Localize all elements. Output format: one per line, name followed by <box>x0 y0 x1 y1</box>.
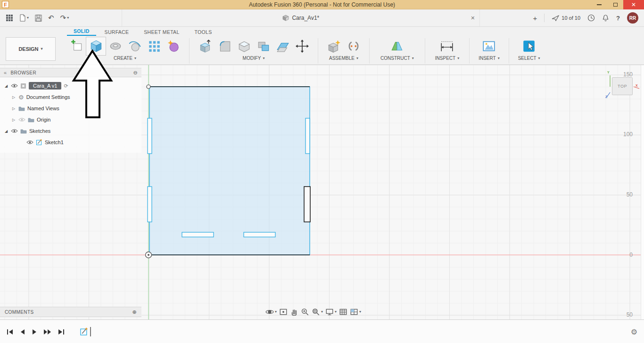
play-button[interactable] <box>32 329 37 335</box>
save-button[interactable] <box>35 15 42 22</box>
go-to-start-button[interactable] <box>7 329 14 335</box>
rectangular-pattern-button[interactable] <box>144 37 164 55</box>
canvas-scrollbar[interactable] <box>641 65 644 319</box>
workspace-selector[interactable]: DESIGN ▾ <box>6 37 56 61</box>
sketch1-profile[interactable] <box>146 85 311 258</box>
measure-button[interactable] <box>438 37 457 55</box>
extrude-icon <box>89 39 103 53</box>
expand-icon[interactable]: ▷ <box>11 95 16 99</box>
visibility-eye-icon[interactable] <box>26 140 33 145</box>
joint-button[interactable] <box>344 37 363 55</box>
zoom-button[interactable] <box>301 308 309 316</box>
pan-button[interactable] <box>290 308 298 316</box>
viewports-caret-icon: ▾ <box>359 310 361 314</box>
tree-item-root[interactable]: ◢ Cara_A v1 ⟳ <box>0 80 141 91</box>
browser-collapse-all-icon[interactable]: ⊖ <box>133 70 138 76</box>
group-inspect-label-row[interactable]: INSPECT ▾ <box>435 56 459 61</box>
group-insert-label-row[interactable]: INSERT ▾ <box>479 56 500 61</box>
press-pull-icon <box>198 39 213 53</box>
expand-icon[interactable]: ◢ <box>4 129 8 133</box>
group-construct-label-row[interactable]: CONSTRUCT ▾ <box>380 56 414 61</box>
tree-item-label[interactable]: Sketches <box>29 128 50 134</box>
file-menu-button[interactable]: ▾ <box>19 14 29 22</box>
tree-item-label[interactable]: Sketch1 <box>45 139 64 145</box>
create-sketch-icon <box>70 39 84 53</box>
viewcube-top-face[interactable]: TOP <box>612 77 633 95</box>
tree-item-named-views[interactable]: ▷ Named Views <box>0 103 141 114</box>
undo-button[interactable]: ↶ <box>48 14 54 22</box>
tab-sheet-metal[interactable]: SHEET METAL <box>137 28 186 36</box>
new-component-button[interactable] <box>324 37 344 55</box>
create-sketch-button[interactable] <box>67 37 86 55</box>
tab-close-icon[interactable]: ✕ <box>471 15 475 21</box>
orbit-button[interactable]: ▾ <box>265 308 277 316</box>
display-settings-icon <box>325 308 334 316</box>
tree-item-label[interactable]: Named Views <box>27 106 59 111</box>
new-tab-button[interactable]: + <box>533 14 537 22</box>
tree-item-root-label[interactable]: Cara_A v1 <box>29 82 61 90</box>
tree-item-sketch1[interactable]: Sketch1 <box>0 137 141 148</box>
browser-header[interactable]: « BROWSER ⊖ <box>0 68 141 77</box>
fit-button[interactable]: ▾ <box>312 308 323 316</box>
tab-surface[interactable]: SURFACE <box>98 28 136 36</box>
job-status-button[interactable]: 10 of 10 <box>552 15 580 21</box>
construct-plane-button[interactable] <box>388 37 407 55</box>
expand-icon[interactable]: ◢ <box>4 84 8 88</box>
sweep-button[interactable] <box>125 37 144 55</box>
tab-solid[interactable]: SOLID <box>67 27 96 36</box>
revolve-button[interactable] <box>106 37 125 55</box>
grid-layout-button[interactable] <box>339 308 347 316</box>
tree-item-document-settings[interactable]: ▷ ⚙ Document Settings <box>0 91 141 103</box>
move-copy-button[interactable] <box>292 37 312 55</box>
timeline-feature-sketch1[interactable] <box>80 327 91 336</box>
press-pull-button[interactable] <box>196 37 215 55</box>
help-button[interactable]: ? <box>616 15 620 22</box>
display-settings-button[interactable]: ▾ <box>325 308 337 316</box>
group-select-label: SELECT <box>518 56 537 61</box>
document-tab[interactable]: Cara_Av1* ✕ <box>122 9 480 26</box>
timeline-position-marker[interactable] <box>90 327 91 336</box>
redo-button[interactable]: ↷ ▾ <box>60 14 69 22</box>
user-avatar[interactable]: RR <box>627 12 638 24</box>
group-modify-label-row[interactable]: MODIFY ▾ <box>243 56 265 61</box>
notifications-button[interactable] <box>602 14 609 22</box>
history-button[interactable] <box>587 14 595 22</box>
create-form-button[interactable] <box>164 37 183 55</box>
timeline-settings-gear-icon[interactable]: ⚙ <box>631 327 637 336</box>
visibility-eye-off-icon[interactable] <box>18 117 25 122</box>
comments-panel[interactable]: COMMENTS ⊕ <box>0 307 141 317</box>
offset-face-button[interactable] <box>273 37 292 55</box>
maximize-button[interactable] <box>607 0 623 9</box>
viewports-button[interactable]: ▾ <box>350 308 361 316</box>
tab-tools[interactable]: TOOLS <box>188 28 219 36</box>
close-button[interactable]: ✕ <box>623 0 644 9</box>
insert-canvas-button[interactable] <box>479 37 499 55</box>
sketch-vertex-point[interactable] <box>147 85 150 89</box>
tree-item-label[interactable]: Origin <box>37 117 50 122</box>
zoom-icon <box>301 308 309 316</box>
viewcube[interactable]: TOP Y X Z <box>604 71 641 101</box>
tree-item-origin[interactable]: ▷ Origin <box>0 114 141 125</box>
fillet-button[interactable] <box>215 37 234 55</box>
group-select-label-row[interactable]: SELECT ▾ <box>518 56 540 61</box>
combine-button[interactable] <box>254 37 273 55</box>
minimize-button[interactable] <box>591 0 607 9</box>
step-forward-button[interactable] <box>43 329 51 335</box>
visibility-eye-icon[interactable] <box>11 83 18 88</box>
select-button[interactable] <box>520 37 539 55</box>
browser-collapse-icon[interactable]: « <box>4 70 7 75</box>
go-to-end-button[interactable] <box>58 329 65 335</box>
shell-button[interactable] <box>234 37 254 55</box>
group-create-label-row[interactable]: CREATE ▾ <box>114 56 136 61</box>
expand-icon[interactable]: ▷ <box>11 118 16 122</box>
comments-expand-icon[interactable]: ⊕ <box>132 309 137 315</box>
tree-item-sketches[interactable]: ◢ Sketches <box>0 125 141 137</box>
expand-icon[interactable]: ▷ <box>11 106 16 111</box>
extrude-button[interactable] <box>86 37 106 55</box>
look-at-button[interactable] <box>279 308 288 316</box>
step-back-button[interactable] <box>20 329 25 335</box>
group-assemble-label-row[interactable]: ASSEMBLE ▾ <box>329 56 358 61</box>
tree-item-label[interactable]: Document Settings <box>26 94 70 100</box>
visibility-eye-icon[interactable] <box>11 129 18 133</box>
app-launcher-button[interactable] <box>6 14 13 22</box>
